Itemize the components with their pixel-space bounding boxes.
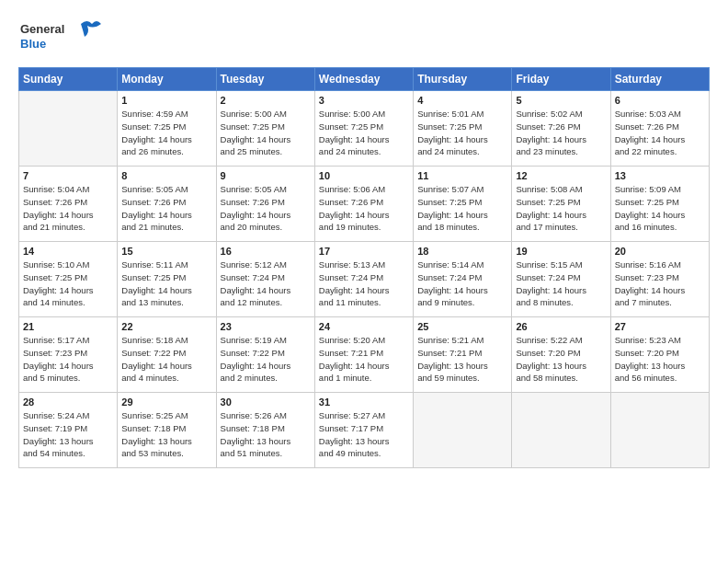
calendar-week-row: 7Sunrise: 5:04 AMSunset: 7:26 PMDaylight… [19,167,710,242]
table-row [414,393,512,468]
table-row: 27Sunrise: 5:23 AMSunset: 7:20 PMDayligh… [610,317,709,393]
day-info: Sunrise: 5:06 AMSunset: 7:26 PMDaylight:… [319,183,409,234]
day-info: Sunrise: 5:09 AMSunset: 7:25 PMDaylight:… [615,183,705,234]
table-row [19,91,118,167]
day-info: Sunrise: 5:15 AMSunset: 7:24 PMDaylight:… [516,259,606,309]
day-info: Sunrise: 5:20 AMSunset: 7:21 PMDaylight:… [319,334,409,385]
day-number: 2 [221,95,311,106]
svg-text:General: General [20,22,64,36]
day-number: 29 [121,396,211,408]
day-info: Sunrise: 5:13 AMSunset: 7:24 PMDaylight:… [319,259,409,309]
table-row: 8Sunrise: 5:05 AMSunset: 7:26 PMDaylight… [118,167,216,242]
day-info: Sunrise: 5:08 AMSunset: 7:25 PMDaylight:… [516,183,606,234]
table-row [610,393,709,468]
day-number: 27 [615,321,705,332]
day-info: Sunrise: 5:04 AMSunset: 7:26 PMDaylight:… [23,183,113,234]
table-row: 24Sunrise: 5:20 AMSunset: 7:21 PMDayligh… [314,317,413,393]
day-info: Sunrise: 5:10 AMSunset: 7:25 PMDaylight:… [23,259,113,309]
day-number: 10 [319,170,409,181]
calendar-week-row: 14Sunrise: 5:10 AMSunset: 7:25 PMDayligh… [19,242,710,317]
day-info: Sunrise: 5:07 AMSunset: 7:25 PMDaylight:… [417,183,507,234]
table-row: 21Sunrise: 5:17 AMSunset: 7:23 PMDayligh… [19,317,118,393]
day-info: Sunrise: 5:23 AMSunset: 7:20 PMDaylight:… [615,334,705,385]
table-row: 30Sunrise: 5:26 AMSunset: 7:18 PMDayligh… [216,393,314,468]
day-number: 20 [615,246,705,257]
day-info: Sunrise: 5:03 AMSunset: 7:26 PMDaylight:… [615,108,705,158]
day-info: Sunrise: 5:16 AMSunset: 7:23 PMDaylight:… [615,259,705,309]
day-number: 12 [516,170,606,181]
day-number: 26 [516,321,606,332]
day-number: 6 [615,95,705,106]
svg-text:Blue: Blue [20,37,46,51]
table-row: 26Sunrise: 5:22 AMSunset: 7:20 PMDayligh… [512,317,610,393]
table-row: 5Sunrise: 5:02 AMSunset: 7:26 PMDaylight… [512,91,610,167]
day-info: Sunrise: 5:05 AMSunset: 7:26 PMDaylight:… [221,183,311,234]
table-row: 7Sunrise: 5:04 AMSunset: 7:26 PMDaylight… [19,167,118,242]
header-sunday: Sunday [19,68,118,91]
day-number: 7 [23,170,113,181]
day-info: Sunrise: 5:12 AMSunset: 7:24 PMDaylight:… [221,259,311,309]
day-info: Sunrise: 5:17 AMSunset: 7:23 PMDaylight:… [23,334,113,385]
day-number: 28 [23,396,113,408]
day-info: Sunrise: 4:59 AMSunset: 7:25 PMDaylight:… [121,108,211,158]
day-number: 16 [221,246,311,257]
day-number: 24 [319,321,409,332]
day-number: 22 [121,321,211,332]
table-row: 29Sunrise: 5:25 AMSunset: 7:18 PMDayligh… [118,393,216,468]
logo-svg: General Blue [18,17,101,58]
day-number: 18 [417,246,507,257]
day-number: 8 [121,170,211,181]
day-info: Sunrise: 5:26 AMSunset: 7:18 PMDaylight:… [221,409,311,460]
day-number: 14 [23,246,113,257]
day-info: Sunrise: 5:14 AMSunset: 7:24 PMDaylight:… [417,259,507,309]
table-row: 17Sunrise: 5:13 AMSunset: 7:24 PMDayligh… [314,242,413,317]
day-number: 19 [516,246,606,257]
day-number: 1 [121,95,211,106]
table-row: 11Sunrise: 5:07 AMSunset: 7:25 PMDayligh… [414,167,512,242]
table-row: 28Sunrise: 5:24 AMSunset: 7:19 PMDayligh… [19,393,118,468]
day-info: Sunrise: 5:11 AMSunset: 7:25 PMDaylight:… [121,259,211,309]
table-row: 16Sunrise: 5:12 AMSunset: 7:24 PMDayligh… [216,242,314,317]
day-info: Sunrise: 5:00 AMSunset: 7:25 PMDaylight:… [221,108,311,158]
header-saturday: Saturday [610,68,709,91]
day-number: 11 [417,170,507,181]
table-row: 3Sunrise: 5:00 AMSunset: 7:25 PMDaylight… [314,91,413,167]
header-thursday: Thursday [414,68,512,91]
table-row: 19Sunrise: 5:15 AMSunset: 7:24 PMDayligh… [512,242,610,317]
day-number: 17 [319,246,409,257]
day-number: 3 [319,95,409,106]
table-row: 25Sunrise: 5:21 AMSunset: 7:21 PMDayligh… [414,317,512,393]
day-info: Sunrise: 5:19 AMSunset: 7:22 PMDaylight:… [221,334,311,385]
header-monday: Monday [118,68,216,91]
day-number: 25 [417,321,507,332]
day-info: Sunrise: 5:22 AMSunset: 7:20 PMDaylight:… [516,334,606,385]
logo: General Blue [18,17,101,62]
table-row: 18Sunrise: 5:14 AMSunset: 7:24 PMDayligh… [414,242,512,317]
table-row: 20Sunrise: 5:16 AMSunset: 7:23 PMDayligh… [610,242,709,317]
day-info: Sunrise: 5:00 AMSunset: 7:25 PMDaylight:… [319,108,409,158]
table-row [512,393,610,468]
page-container: General Blue Sunday Monday Tuesday Wedne… [0,0,728,477]
table-row: 6Sunrise: 5:03 AMSunset: 7:26 PMDaylight… [610,91,709,167]
calendar-header-row: Sunday Monday Tuesday Wednesday Thursday… [19,68,710,91]
day-info: Sunrise: 5:21 AMSunset: 7:21 PMDaylight:… [417,334,507,385]
day-number: 21 [23,321,113,332]
table-row: 4Sunrise: 5:01 AMSunset: 7:25 PMDaylight… [414,91,512,167]
table-row: 31Sunrise: 5:27 AMSunset: 7:17 PMDayligh… [314,393,413,468]
table-row: 2Sunrise: 5:00 AMSunset: 7:25 PMDaylight… [216,91,314,167]
day-number: 5 [516,95,606,106]
day-number: 23 [221,321,311,332]
day-number: 31 [319,396,409,408]
header-friday: Friday [512,68,610,91]
calendar-week-row: 28Sunrise: 5:24 AMSunset: 7:19 PMDayligh… [19,393,710,468]
table-row: 14Sunrise: 5:10 AMSunset: 7:25 PMDayligh… [19,242,118,317]
day-info: Sunrise: 5:27 AMSunset: 7:17 PMDaylight:… [319,409,409,460]
header-wednesday: Wednesday [314,68,413,91]
calendar-week-row: 1Sunrise: 4:59 AMSunset: 7:25 PMDaylight… [19,91,710,167]
day-info: Sunrise: 5:02 AMSunset: 7:26 PMDaylight:… [516,108,606,158]
day-info: Sunrise: 5:24 AMSunset: 7:19 PMDaylight:… [23,409,113,460]
day-info: Sunrise: 5:25 AMSunset: 7:18 PMDaylight:… [121,409,211,460]
table-row: 12Sunrise: 5:08 AMSunset: 7:25 PMDayligh… [512,167,610,242]
table-row: 22Sunrise: 5:18 AMSunset: 7:22 PMDayligh… [118,317,216,393]
table-row: 23Sunrise: 5:19 AMSunset: 7:22 PMDayligh… [216,317,314,393]
